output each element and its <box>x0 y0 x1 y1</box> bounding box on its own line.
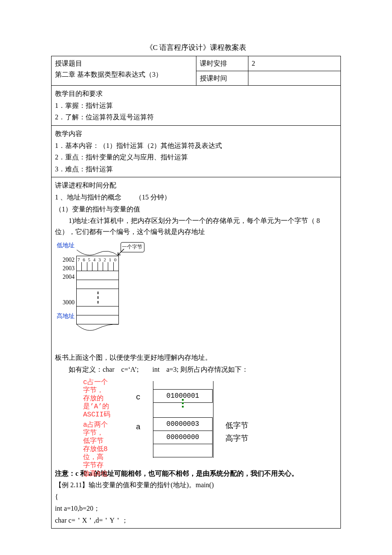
mem-cell-a-high: 00000000 <box>153 431 213 444</box>
code-line-2: int a=10,b=20； <box>55 503 337 514</box>
time-value <box>248 71 340 86</box>
objectives-item-2: 2．了解：位运算符及逗号运算符 <box>55 112 337 123</box>
byte-row <box>76 315 119 324</box>
process-sec1-addr: 1)地址:在计算机中，把内存区划分为一个一个的存储单元，每个单元为一个字节（ 8… <box>55 215 337 237</box>
addr-2002: 2002 <box>57 256 76 264</box>
a-byte-note: a占两个 字节， 低字节 存放低8 位，高 字节存 放高8位 <box>83 421 108 478</box>
objectives-item-1: 1．掌握：指针运算 <box>55 100 337 111</box>
byte-row <box>76 280 119 289</box>
low-address-label: 低地址 <box>57 241 76 250</box>
objectives-heading: 教学目的和要求 <box>55 88 337 99</box>
hours-value: 2 <box>248 56 340 71</box>
topic-label: 授课题目 <box>55 60 82 67</box>
high-byte-label: 高字节 <box>225 432 248 445</box>
byte-row <box>76 306 119 315</box>
callout-arrow-icon <box>117 248 126 257</box>
content-item-1: 1．基本内容：（1）指针运算（2）其他运算符及表达式 <box>55 140 337 151</box>
bit-header: 7 6 5 4 3 2 1 0 <box>76 256 119 262</box>
ellipsis-dots-icon <box>182 397 184 409</box>
addr-2004: 2004 <box>57 273 76 281</box>
addr-2003: 2003 <box>57 264 76 273</box>
process-heading: 讲课进程和时间分配 <box>55 180 337 191</box>
after-diagram1-line1: 板书上面这个图，以便使学生更好地理解内存地址。 <box>55 352 337 363</box>
content-heading: 教学内容 <box>55 128 337 139</box>
byte-row <box>76 271 119 280</box>
lesson-plan-table: 授课题目 第二章 基本数据类型和表达式（3） 课时安排 2 授课时间 教学目的和… <box>51 56 341 529</box>
content-item-3: 3．难点：指针运算 <box>55 164 337 175</box>
mem-cell-a-low: 00000003 <box>153 417 213 431</box>
var-a-label: a <box>136 421 141 434</box>
one-byte-callout: 一个字节 <box>121 242 144 252</box>
memory-address-diagram: 低地址 2002 2003 2004 3000 高地址 <box>57 241 129 344</box>
memory-gap <box>76 289 119 306</box>
example-2-11-heading: 【例 2.11】输出变量的值和变量的指针(地址)。main() <box>55 480 337 491</box>
low-byte-label: 低字节 <box>225 419 248 432</box>
hours-label: 课时安排 <box>196 56 248 71</box>
process-sec1-sub1: （1）变量的指针与变量的值 <box>55 204 337 215</box>
doc-title: 《C 语言程序设计》课程教案表 <box>51 43 341 52</box>
process-sec1-title: 1 、地址与指针的概念 （15 分钟） <box>55 192 337 203</box>
content-item-2: 2．重点：指针变量的定义与应用、指针运算 <box>55 152 337 163</box>
var-c-label: c <box>136 391 141 404</box>
topic-value: 第二章 基本数据类型和表达式（3） <box>55 71 162 78</box>
c-byte-note: c占一个 字节， 存放的 是’A’的 ASCII码 <box>83 379 110 419</box>
code-line-3: char c=＇X＇,d=＇Y＇； <box>55 515 337 526</box>
char-int-memory-diagram: c占一个 字节， 存放的 是’A’的 ASCII码 a占两个 字节， 低字节 存… <box>68 379 272 464</box>
addr-3000: 3000 <box>57 298 76 307</box>
mem-cell-empty <box>153 444 213 457</box>
time-label: 授课时间 <box>196 71 248 86</box>
code-line-1: { <box>55 491 337 503</box>
byte-row <box>76 262 119 271</box>
high-address-label: 高地址 <box>57 312 76 321</box>
after-diagram1-line2: 如有定义：char c=‘A’; int a=3; 则所占内存情况如下： <box>55 364 337 375</box>
